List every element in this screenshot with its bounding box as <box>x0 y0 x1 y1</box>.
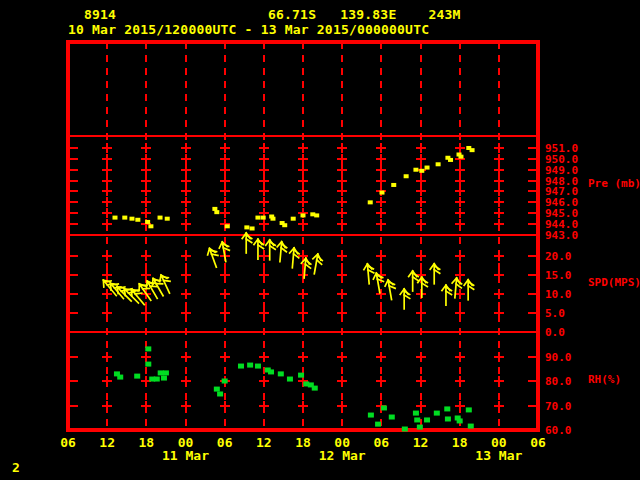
grid-plus-mark <box>102 165 112 175</box>
grid-plus-mark <box>337 165 347 175</box>
pressure-point <box>250 226 255 230</box>
grid-plus-mark <box>181 251 191 261</box>
grid-plus-mark <box>220 270 230 280</box>
grid-plus-mark <box>337 251 347 261</box>
humidity-axis-label: RH(%) <box>588 373 621 386</box>
grid-plus-mark <box>102 143 112 153</box>
grid-plus-mark <box>298 143 308 153</box>
day-label: 11 Mar <box>162 448 209 463</box>
grid-plus-mark <box>416 154 426 164</box>
grid-plus-mark <box>494 219 504 229</box>
humidity-point <box>298 373 304 378</box>
grid-plus-mark <box>337 308 347 318</box>
grid-plus-mark <box>259 219 269 229</box>
grid-plus-mark <box>181 143 191 153</box>
wind-axis-label: SPD(MPS) <box>588 276 640 289</box>
grid-plus-mark <box>416 176 426 186</box>
wind-barbs <box>100 233 473 309</box>
grid-plus-mark <box>259 165 269 175</box>
grid-plus-mark <box>337 197 347 207</box>
grid-plus-mark <box>455 197 465 207</box>
grid-plus-mark <box>259 197 269 207</box>
grid-plus-mark <box>416 308 426 318</box>
pressure-point <box>448 158 453 162</box>
humidity-point <box>375 422 381 427</box>
grid-plus-mark <box>416 143 426 153</box>
wind-barb <box>363 263 374 284</box>
grid-plus-mark <box>181 165 191 175</box>
grid-plus-mark <box>141 143 151 153</box>
humidity-point <box>417 425 423 430</box>
grid-plus-mark <box>337 143 347 153</box>
humidity-point <box>154 377 160 382</box>
humidity-point <box>222 379 228 384</box>
grid-plus-mark <box>259 352 269 362</box>
humidity-point <box>381 405 387 410</box>
humidity-point <box>444 406 450 411</box>
grid-plus-mark <box>455 143 465 153</box>
grid-plus-mark <box>102 219 112 229</box>
pressure-point <box>458 155 463 159</box>
day-label: 13 Mar <box>475 448 522 463</box>
pressure-point <box>145 220 150 224</box>
plot-screen: 8914 66.71S 139.83E 243M 10 Mar 2015/120… <box>0 0 640 480</box>
pressure-point <box>291 217 296 221</box>
pressure-point <box>158 216 163 220</box>
wind-barb <box>442 285 452 305</box>
grid-plus-mark <box>337 219 347 229</box>
pressure-point <box>419 169 424 173</box>
grid-plus-mark <box>141 154 151 164</box>
grid-plus-mark <box>337 401 347 411</box>
y-tick-label: 70.0 <box>545 400 572 413</box>
humidity-point <box>414 417 420 422</box>
grid-plus-mark <box>298 219 308 229</box>
grid-plus-mark <box>376 197 386 207</box>
grid-plus-mark <box>102 186 112 196</box>
pressure-point <box>368 200 373 204</box>
pressure-point <box>391 183 396 187</box>
grid-plus-mark <box>494 308 504 318</box>
grid-plus-mark <box>141 401 151 411</box>
x-tick-label: 18 <box>295 435 311 450</box>
grid-plus-mark <box>494 401 504 411</box>
grid-plus-mark <box>181 219 191 229</box>
grid-plus-mark <box>416 352 426 362</box>
grid-plus-mark <box>102 251 112 261</box>
grid-plus-mark <box>102 197 112 207</box>
grid-plus-mark <box>102 352 112 362</box>
grid-plus-mark <box>376 251 386 261</box>
grid-plus-mark <box>455 176 465 186</box>
y-tick-labels: 943.0944.0945.0946.0947.0948.0949.0950.0… <box>545 142 578 437</box>
grid-plus-mark <box>220 154 230 164</box>
grid-plus-mark <box>181 208 191 218</box>
y-tick-label: 20.0 <box>545 250 572 263</box>
humidity-point <box>312 386 318 391</box>
grid-plus-mark <box>181 401 191 411</box>
grid-plus-mark <box>141 308 151 318</box>
grid-plus-mark <box>298 165 308 175</box>
grid-plus-mark <box>141 165 151 175</box>
humidity-point <box>389 415 395 420</box>
grid-plus-mark <box>259 186 269 196</box>
grid-plus-mark <box>181 197 191 207</box>
grid-plus-mark <box>259 251 269 261</box>
grid-plus-mark <box>416 376 426 386</box>
grid-plus-mark <box>416 197 426 207</box>
grid-plus-mark <box>337 154 347 164</box>
wind-barb <box>276 241 287 262</box>
grid-plus-mark <box>494 270 504 280</box>
grid-plus-mark <box>455 186 465 196</box>
grid-plus-mark <box>455 352 465 362</box>
grid-plus-mark <box>376 289 386 299</box>
grid-plus-mark <box>494 143 504 153</box>
humidity-point <box>238 364 244 369</box>
grid-plus-mark <box>181 186 191 196</box>
grid-plus-mark <box>181 376 191 386</box>
x-tick-label: 12 <box>256 435 272 450</box>
pressure-point <box>244 225 249 229</box>
grid-plus-mark <box>102 401 112 411</box>
humidity-point <box>163 370 169 375</box>
grid-plus-mark <box>259 401 269 411</box>
grid-plus-mark <box>102 270 112 280</box>
grid-plus-mark <box>259 143 269 153</box>
